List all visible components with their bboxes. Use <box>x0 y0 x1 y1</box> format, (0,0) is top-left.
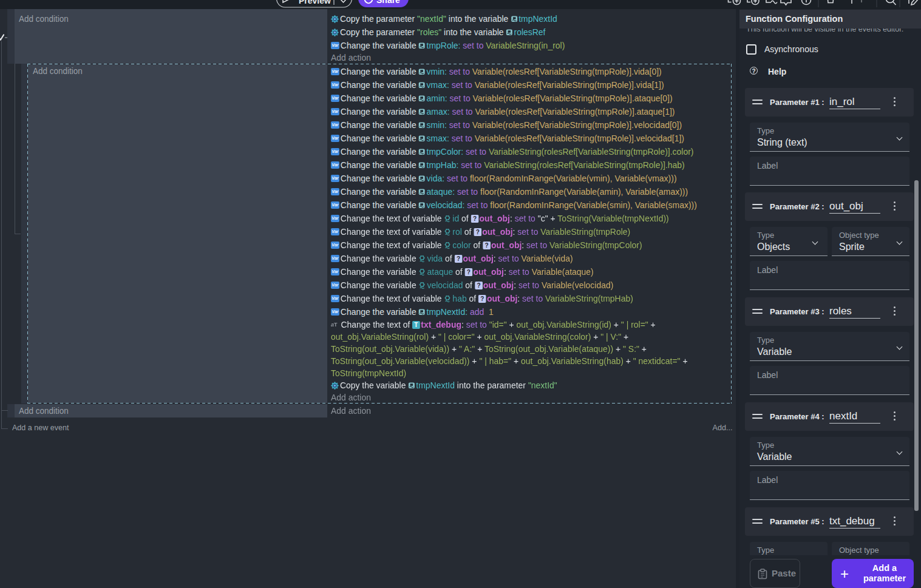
svg-text:Preview: Preview <box>299 0 331 5</box>
svg-text:Share: Share <box>376 0 400 5</box>
